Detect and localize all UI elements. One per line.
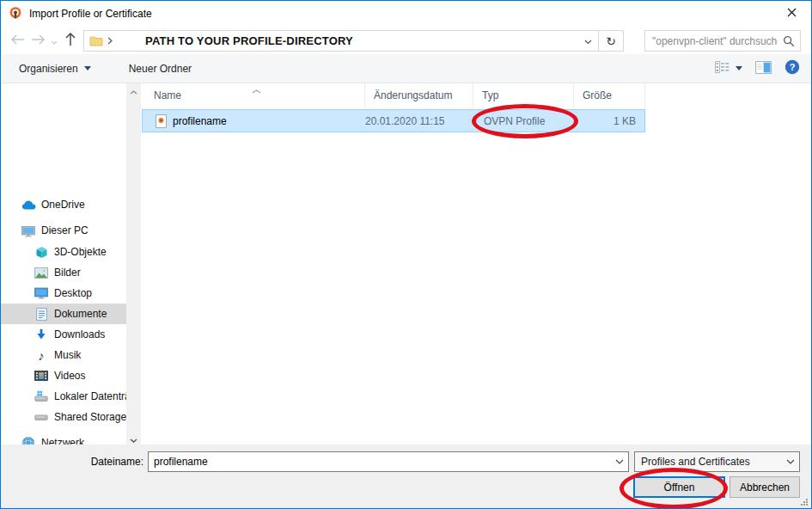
sidebar-item-3d-objects[interactable]: 3D-Objekte bbox=[1, 242, 126, 262]
close-button[interactable] bbox=[772, 1, 811, 27]
documents-icon bbox=[34, 308, 49, 321]
title-bar: Import Profile or Certificate bbox=[1, 1, 811, 27]
computer-icon bbox=[21, 224, 36, 237]
filename-label: Dateiname: bbox=[83, 456, 143, 468]
chevron-down-icon[interactable] bbox=[611, 459, 628, 464]
desktop-icon bbox=[34, 287, 49, 299]
openvpn-logo-icon bbox=[9, 7, 22, 21]
list-header: Name Änderungsdatum Typ Größe bbox=[141, 83, 810, 107]
sidebar-item-downloads[interactable]: Downloads bbox=[1, 324, 126, 345]
chevron-down-icon bbox=[584, 35, 592, 47]
open-button[interactable]: Öffnen bbox=[633, 476, 725, 498]
recent-locations-button[interactable] bbox=[48, 31, 60, 52]
address-bar[interactable]: PATH TO YOUR PROFILE-DIRECTORY bbox=[83, 30, 599, 52]
folder-icon bbox=[89, 35, 103, 46]
refresh-icon: ↻ bbox=[606, 34, 616, 48]
search-box bbox=[644, 30, 801, 52]
back-arrow-icon bbox=[10, 34, 25, 47]
sidebar-item-pictures[interactable]: Bilder bbox=[1, 262, 126, 283]
breadcrumb-chevron-icon bbox=[107, 37, 113, 45]
3d-objects-icon bbox=[34, 246, 49, 259]
chevron-down-icon bbox=[51, 35, 58, 47]
organize-label: Organisieren bbox=[19, 63, 78, 75]
sidebar-item-label: Bilder bbox=[54, 267, 81, 279]
sidebar-item-shared-storage[interactable]: Shared Storage ( bbox=[1, 407, 126, 427]
sidebar-item-label: Musik bbox=[54, 349, 81, 361]
file-type-cell: OVPN Profile bbox=[473, 115, 574, 127]
details-view-icon bbox=[715, 61, 730, 76]
sidebar-item-label: Dieser PC bbox=[41, 224, 89, 236]
drive-windows-icon bbox=[34, 390, 49, 402]
sidebar-item-onedrive[interactable]: OneDrive bbox=[1, 194, 126, 215]
breadcrumb[interactable]: PATH TO YOUR PROFILE-DIRECTORY bbox=[145, 34, 353, 47]
file-name-cell: profilename bbox=[143, 114, 365, 128]
column-header-size[interactable]: Größe bbox=[574, 83, 645, 107]
preview-pane-button[interactable] bbox=[755, 61, 772, 77]
sidebar-item-label: Downloads bbox=[54, 328, 105, 340]
column-header-date[interactable]: Änderungsdatum bbox=[365, 83, 473, 107]
filetype-select[interactable]: Profiles and Certificates bbox=[634, 451, 800, 472]
chevron-down-icon bbox=[782, 459, 799, 464]
footer-panel: Dateiname: Profiles and Certificates Öff… bbox=[1, 445, 811, 508]
help-icon: ? bbox=[785, 59, 800, 77]
downloads-icon bbox=[34, 328, 49, 340]
sidebar-item-desktop[interactable]: Desktop bbox=[1, 283, 126, 304]
forward-arrow-icon bbox=[31, 34, 46, 47]
music-icon: ♪ bbox=[34, 349, 49, 362]
file-date-cell: 20.01.2020 11:15 bbox=[365, 115, 473, 127]
sidebar-item-label: OneDrive bbox=[41, 199, 85, 211]
sidebar-item-label: 3D-Objekte bbox=[54, 246, 107, 258]
new-folder-button[interactable]: Neuer Ordner bbox=[129, 63, 192, 75]
help-button[interactable]: ? bbox=[785, 59, 800, 77]
sidebar-scrollbar[interactable] bbox=[126, 83, 141, 446]
organize-menu-button[interactable]: Organisieren bbox=[19, 63, 91, 75]
back-button[interactable] bbox=[7, 31, 27, 52]
scroll-up-button[interactable] bbox=[126, 83, 141, 98]
cancel-button[interactable]: Abbrechen bbox=[730, 476, 800, 498]
filetype-value: Profiles and Certificates bbox=[641, 456, 782, 468]
sidebar-item-documents[interactable]: Dokumente bbox=[1, 304, 126, 324]
views-button[interactable] bbox=[715, 61, 742, 76]
chevron-down-icon bbox=[130, 433, 137, 445]
new-folder-label: Neuer Ordner bbox=[129, 63, 192, 75]
videos-icon bbox=[34, 371, 49, 381]
ovpn-file-icon bbox=[156, 114, 167, 128]
search-input[interactable] bbox=[645, 35, 778, 47]
preview-pane-icon bbox=[755, 61, 772, 77]
file-row[interactable]: profilename 20.01.2020 11:15 OVPN Profil… bbox=[142, 109, 645, 132]
sidebar-item-label: Dokumente bbox=[54, 308, 107, 320]
up-arrow-icon bbox=[65, 33, 76, 49]
pictures-icon bbox=[34, 267, 49, 279]
import-profile-dialog: Import Profile or Certificate P bbox=[0, 0, 812, 509]
svg-text:?: ? bbox=[790, 62, 796, 72]
filename-combobox bbox=[148, 451, 629, 472]
up-button[interactable] bbox=[60, 31, 81, 52]
sidebar-item-this-pc[interactable]: Dieser PC bbox=[1, 220, 126, 241]
sidebar-item-label: Lokaler Datenträ bbox=[54, 390, 126, 402]
sidebar-item-label: Desktop bbox=[54, 287, 92, 299]
navigation-pane: OneDrive Dieser PC 3D-Objekte Bilder Des… bbox=[1, 83, 141, 446]
command-toolbar: Organisieren Neuer Ordner ? bbox=[1, 54, 811, 83]
window-title: Import Profile or Certificate bbox=[29, 8, 152, 20]
chevron-up-icon bbox=[130, 85, 137, 97]
drive-icon bbox=[34, 411, 49, 423]
sort-ascending-icon bbox=[252, 84, 261, 96]
column-header-type[interactable]: Typ bbox=[473, 83, 574, 107]
search-icon[interactable] bbox=[778, 35, 800, 47]
chevron-down-icon bbox=[736, 66, 742, 71]
close-icon bbox=[787, 8, 797, 20]
refresh-button[interactable]: ↻ bbox=[598, 30, 624, 52]
onedrive-icon bbox=[21, 199, 36, 210]
navigation-bar: PATH TO YOUR PROFILE-DIRECTORY ↻ bbox=[1, 28, 811, 54]
chevron-down-icon bbox=[84, 66, 91, 71]
sidebar-item-local-disk[interactable]: Lokaler Datenträ bbox=[1, 386, 126, 407]
sidebar-item-videos[interactable]: Videos bbox=[1, 365, 126, 386]
column-header-filler bbox=[645, 83, 810, 107]
sidebar-item-label: Videos bbox=[54, 370, 85, 382]
resize-grip-icon[interactable] bbox=[799, 497, 808, 506]
filename-input[interactable] bbox=[149, 455, 611, 469]
forward-button[interactable] bbox=[27, 31, 48, 52]
sidebar-item-music[interactable]: ♪ Musik bbox=[1, 345, 126, 365]
address-dropdown-button[interactable] bbox=[577, 35, 598, 47]
file-size-cell: 1 KB bbox=[574, 115, 641, 127]
